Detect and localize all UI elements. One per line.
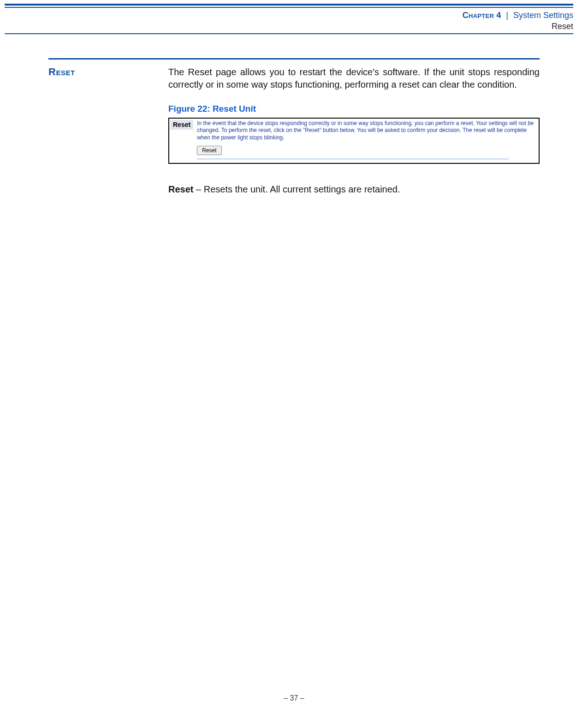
figure-tab-label: Reset <box>170 120 193 130</box>
header-meta: Chapter 4 | System Settings Reset <box>5 10 573 32</box>
figure-inner: Reset In the event that the device stops… <box>169 119 539 163</box>
chapter-title: System Settings <box>513 11 573 20</box>
figure-caption: Figure 22: Reset Unit <box>168 104 540 114</box>
definition-line: Reset – Resets the unit. All current set… <box>168 183 540 196</box>
header-rule-bottom <box>5 33 573 34</box>
figure-description: In the event that the device stops respo… <box>197 120 536 142</box>
header-separator: | <box>503 11 511 20</box>
section-heading: Reset <box>48 66 168 78</box>
definition-term: Reset <box>168 184 193 194</box>
section-rule <box>48 58 540 60</box>
section-row: Reset The Reset page allows you to resta… <box>48 66 540 196</box>
chapter-prefix: Chapter <box>463 11 494 20</box>
page-number: – 37 – <box>0 694 588 702</box>
document-page: Chapter 4 | System Settings Reset Reset … <box>0 4 588 707</box>
content-area: Reset The Reset page allows you to resta… <box>48 58 540 196</box>
header-rule-top <box>5 4 573 8</box>
section-body-col: The Reset page allows you to restart the… <box>168 66 540 196</box>
figure-underline <box>197 159 509 159</box>
figure-body: In the event that the device stops respo… <box>197 120 536 160</box>
definition-text: – Resets the unit. All current settings … <box>193 184 400 194</box>
header-rule-thin <box>5 7 573 8</box>
header-line-1: Chapter 4 | System Settings <box>5 10 573 21</box>
section-heading-col: Reset <box>48 66 168 78</box>
chapter-number: 4 <box>496 11 501 20</box>
figure-reset-unit: Reset In the event that the device stops… <box>168 118 540 164</box>
header-section-name: Reset <box>5 21 573 32</box>
reset-button[interactable]: Reset <box>197 146 221 155</box>
page-header: Chapter 4 | System Settings Reset <box>5 4 573 34</box>
intro-paragraph: The Reset page allows you to restart the… <box>168 66 540 91</box>
